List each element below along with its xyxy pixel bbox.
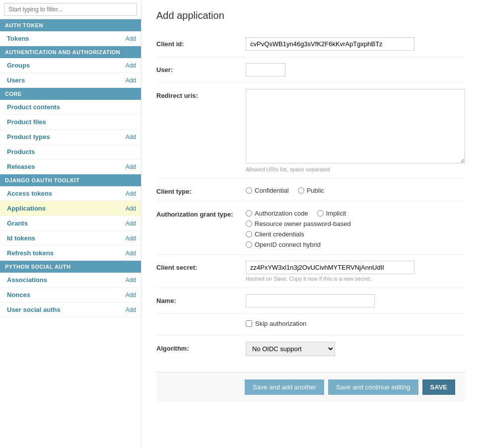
client-id-label: Client id:	[156, 37, 246, 48]
sidebar-item-id-tokens[interactable]: Id tokensAdd	[0, 231, 141, 246]
grant-implicit[interactable]: Implicit	[317, 210, 346, 217]
grant-openid-radio[interactable]	[246, 241, 252, 248]
client-secret-help: Hashed on Save. Copy it now if this is a…	[246, 276, 465, 282]
grant-resource-owner-radio[interactable]	[246, 221, 252, 227]
save-add-another-button[interactable]: Save and add another	[245, 379, 324, 395]
grant-implicit-radio[interactable]	[317, 210, 324, 217]
auth-grant-options: Authorization code Implicit Resource own…	[246, 208, 465, 248]
sidebar-item-refresh-tokens[interactable]: Refresh tokensAdd	[0, 246, 141, 261]
sidebar-item-add-groups[interactable]: Add	[126, 62, 136, 69]
client-type-public-radio[interactable]	[298, 187, 304, 194]
auth-grant-content: Authorization code Implicit Resource own…	[246, 208, 465, 248]
sidebar-item-user-social-auths[interactable]: User social authsAdd	[0, 302, 141, 317]
section-header-auth-authorization: AUTHENTICATION AND AUTHORIZATION	[0, 46, 141, 58]
sidebar-item-product-files[interactable]: Product files	[0, 115, 141, 130]
section-header-django-oauth: DJANGO OAUTH TOOLKIT	[0, 174, 141, 186]
client-secret-content: Hashed on Save. Copy it now if this is a…	[246, 261, 465, 282]
redirect-uris-help: Allowed URIs list, space separated	[246, 166, 465, 172]
sidebar-item-label-tokens: Tokens	[7, 35, 29, 42]
sidebar-item-releases[interactable]: ReleasesAdd	[0, 159, 141, 174]
sidebar-filter-input[interactable]	[4, 3, 137, 16]
sidebar-item-groups[interactable]: GroupsAdd	[0, 58, 141, 73]
grant-authorization-code[interactable]: Authorization code	[246, 210, 308, 217]
sidebar-item-add-users[interactable]: Add	[126, 77, 136, 84]
client-id-input[interactable]	[246, 37, 414, 51]
sidebar-item-label-product-types: Product types	[7, 133, 50, 141]
form-area: Client id: User: Redirect uris: Allowed …	[156, 31, 465, 372]
field-name: Name:	[156, 288, 465, 313]
name-input[interactable]	[246, 294, 375, 307]
sidebar: AUTH TOKENTokensAddAUTHENTICATION AND AU…	[0, 0, 141, 448]
form-footer: Save and add another Save and continue e…	[156, 372, 465, 402]
sidebar-item-label-nonces: Nonces	[7, 291, 30, 299]
sidebar-item-associations[interactable]: AssociationsAdd	[0, 273, 141, 288]
sidebar-item-users[interactable]: UsersAdd	[0, 73, 141, 88]
algorithm-label: Algorithm:	[156, 342, 246, 352]
sidebar-item-applications[interactable]: ApplicationsAdd	[0, 201, 141, 216]
sidebar-item-add-associations[interactable]: Add	[126, 277, 136, 284]
sidebar-item-product-contents[interactable]: Product contents	[0, 100, 141, 115]
name-content	[246, 294, 465, 307]
client-type-public-label: Public	[307, 187, 324, 194]
field-algorithm: Algorithm: No OIDC support RS256 HS256	[156, 335, 465, 362]
sidebar-item-label-applications: Applications	[7, 205, 46, 212]
grant-resource-owner[interactable]: Resource owner password-based	[246, 220, 465, 227]
field-redirect-uris: Redirect uris: Allowed URIs list, space …	[156, 82, 465, 178]
redirect-uris-textarea[interactable]	[246, 89, 465, 163]
sidebar-item-add-applications[interactable]: Add	[126, 205, 136, 212]
field-auth-grant: Authorization grant type: Authorization …	[156, 201, 465, 254]
client-type-confidential-radio[interactable]	[246, 187, 252, 194]
sidebar-item-add-id-tokens[interactable]: Add	[126, 235, 136, 242]
section-header-core: CORE	[0, 88, 141, 100]
sidebar-item-add-releases[interactable]: Add	[126, 163, 136, 170]
grant-client-credentials[interactable]: Client credentials	[246, 230, 465, 238]
sidebar-item-add-tokens[interactable]: Add	[126, 35, 136, 42]
grant-authorization-code-radio[interactable]	[246, 210, 252, 217]
sidebar-item-tokens[interactable]: TokensAdd	[0, 31, 141, 46]
client-secret-input[interactable]	[246, 261, 414, 274]
sidebar-item-add-user-social-auths[interactable]: Add	[126, 306, 136, 313]
client-type-confidential[interactable]: Confidential	[246, 187, 289, 194]
skip-auth-option[interactable]: Skip authorization	[246, 320, 306, 327]
sidebar-item-access-tokens[interactable]: Access tokensAdd	[0, 186, 141, 201]
skip-auth-label: Skip authorization	[255, 320, 306, 327]
client-type-options: Confidential Public	[246, 185, 465, 194]
sidebar-item-products[interactable]: Products	[0, 145, 141, 159]
sidebar-item-label-grants: Grants	[7, 220, 28, 227]
skip-auth-checkbox[interactable]	[246, 320, 252, 327]
user-input[interactable]	[246, 63, 285, 76]
field-skip-auth: Skip authorization	[156, 313, 465, 335]
sidebar-item-label-releases: Releases	[7, 163, 35, 170]
sidebar-item-label-user-social-auths: User social auths	[7, 306, 61, 313]
algorithm-select[interactable]: No OIDC support RS256 HS256	[246, 342, 335, 356]
sidebar-item-label-products: Products	[7, 148, 35, 155]
sidebar-item-add-refresh-tokens[interactable]: Add	[126, 250, 136, 257]
client-type-content: Confidential Public	[246, 185, 465, 194]
user-content	[246, 63, 465, 76]
user-label: User:	[156, 63, 246, 74]
sidebar-item-label-product-contents: Product contents	[7, 103, 60, 111]
grant-openid[interactable]: OpenID connect hybrid	[246, 241, 465, 248]
sidebar-item-grants[interactable]: GrantsAdd	[0, 216, 141, 231]
redirect-uris-label: Redirect uris:	[156, 89, 246, 99]
sidebar-item-product-types[interactable]: Product typesAdd	[0, 130, 141, 145]
redirect-uris-content: Allowed URIs list, space separated	[246, 89, 465, 172]
client-secret-label: Client secret:	[156, 261, 246, 271]
save-button[interactable]: SAVE	[422, 379, 455, 395]
sidebar-item-add-nonces[interactable]: Add	[126, 292, 136, 299]
sidebar-item-add-grants[interactable]: Add	[126, 220, 136, 227]
auth-grant-label: Authorization grant type:	[156, 208, 246, 218]
grant-implicit-label: Implicit	[326, 210, 346, 217]
sidebar-sections: AUTH TOKENTokensAddAUTHENTICATION AND AU…	[0, 19, 141, 317]
sidebar-filter-container	[0, 0, 141, 19]
sidebar-item-nonces[interactable]: NoncesAdd	[0, 288, 141, 302]
sidebar-item-label-groups: Groups	[7, 62, 30, 69]
grant-openid-label: OpenID connect hybrid	[255, 241, 321, 248]
client-type-public[interactable]: Public	[298, 187, 324, 194]
sidebar-item-label-users: Users	[7, 76, 25, 84]
sidebar-item-add-access-tokens[interactable]: Add	[126, 190, 136, 197]
save-continue-button[interactable]: Save and continue editing	[328, 379, 418, 395]
sidebar-item-add-product-types[interactable]: Add	[126, 134, 136, 141]
name-label: Name:	[156, 294, 246, 304]
grant-client-credentials-radio[interactable]	[246, 231, 252, 237]
